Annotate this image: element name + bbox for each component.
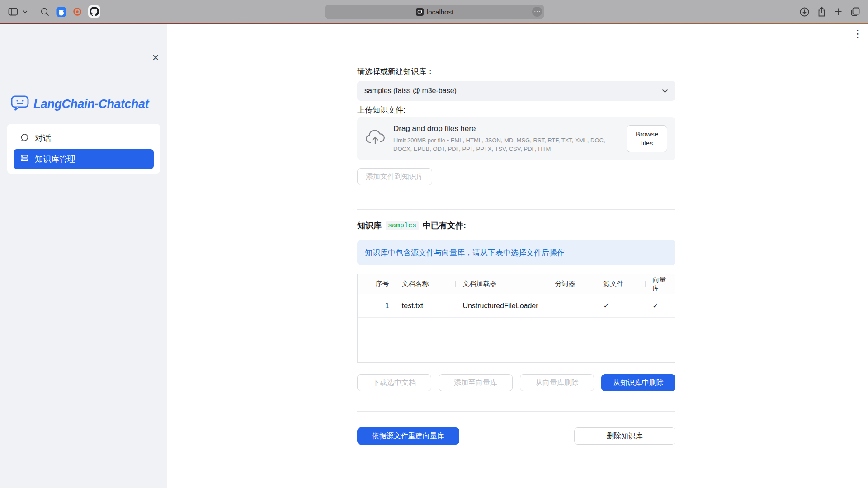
table-cell-check: ✓ [596, 294, 645, 317]
search-icon[interactable] [39, 6, 51, 18]
rebuild-vector-store-button[interactable]: 依据源文件重建向量库 [357, 427, 459, 445]
table-cell: test.txt [395, 294, 456, 317]
sidebar-item-label: 对话 [35, 133, 51, 144]
app-logo: LangChain-Chatchat [11, 95, 149, 113]
kb-select-label: 请选择或新建知识库： [357, 66, 434, 77]
column-header-loader[interactable]: 文档加载器 [455, 274, 547, 294]
extension-orange-icon[interactable] [71, 6, 83, 18]
cloud-upload-icon [365, 130, 385, 148]
divider [357, 411, 675, 412]
sidebar-toggle-icon[interactable] [7, 6, 19, 18]
table-cell: UnstructuredFileLoader [455, 294, 547, 317]
download-selected-button[interactable]: 下载选中文档 [357, 374, 431, 391]
logo-text: LangChain-Chatchat [33, 97, 149, 111]
files-heading-prefix: 知识库 [357, 220, 382, 231]
chevron-down-icon[interactable] [22, 6, 28, 18]
chevron-down-icon [662, 89, 668, 93]
dropzone-texts: Drag and drop files here Limit 200MB per… [393, 124, 618, 154]
add-files-to-kb-button[interactable]: 添加文件到知识库 [357, 168, 432, 185]
app-menu-kebab-icon[interactable]: ⋮ [852, 28, 863, 40]
delete-from-kb-button[interactable]: 从知识库中删除 [601, 374, 675, 391]
address-bar[interactable]: localhost ⋯ [325, 5, 544, 19]
knowledge-base-icon [20, 154, 29, 165]
browse-files-button[interactable]: Browse files [627, 125, 667, 153]
info-alert-text: 知识库中包含源文件与向量库，请从下表中选择文件后操作 [365, 248, 565, 258]
add-to-vector-store-button[interactable]: 添加至向量库 [439, 374, 513, 391]
kb-bottom-buttons: 依据源文件重建向量库 删除知识库 [357, 427, 675, 445]
table-cell-check: ✓ [645, 294, 675, 317]
sidebar-nav: 对话 知识库管理 [7, 124, 160, 174]
column-header-source[interactable]: 源文件 [596, 274, 645, 294]
table-row[interactable]: 1 test.txt UnstructuredFileLoader ✓ ✓ [358, 294, 675, 318]
downloads-icon[interactable] [798, 6, 810, 18]
divider [357, 209, 675, 210]
column-header-vector[interactable]: 向量库 [645, 274, 675, 294]
sidebar-close-icon[interactable]: × [149, 52, 162, 64]
column-header-splitter[interactable]: 分词器 [548, 274, 596, 294]
upload-label: 上传知识文件: [357, 105, 406, 115]
kb-select-value: samples (faiss @ m3e-base) [364, 87, 457, 95]
kb-select[interactable]: samples (faiss @ m3e-base) [357, 81, 675, 101]
files-heading-suffix: 中已有文件: [423, 220, 466, 231]
dropzone-title: Drag and drop files here [393, 124, 618, 133]
file-action-buttons: 下载选中文档 添加至向量库 从向量库删除 从知识库中删除 [357, 374, 675, 391]
browser-toolbar: localhost ⋯ [0, 0, 868, 23]
page-content: 请选择或新建知识库： samples (faiss @ m3e-base) 上传… [357, 24, 675, 488]
dropzone-limit-text: Limit 200MB per file • EML, HTML, JSON, … [393, 136, 618, 154]
extension-github-icon[interactable] [88, 5, 100, 18]
files-heading: 知识库 samples 中已有文件: [357, 220, 466, 231]
tab-overview-icon[interactable] [849, 6, 861, 18]
new-tab-plus-icon[interactable] [832, 6, 844, 18]
screen: localhost ⋯ × [0, 0, 868, 488]
logo-chat-bubble-icon [11, 95, 30, 113]
table-cell: 1 [358, 294, 395, 317]
extension-blue-icon[interactable] [55, 6, 67, 18]
extensions-ellipsis-icon[interactable]: ⋯ [532, 7, 542, 17]
delete-kb-button[interactable]: 删除知识库 [574, 427, 675, 445]
sidebar: × LangChain-Chatchat 对 [0, 24, 167, 488]
column-header-seq[interactable]: 序号 [358, 274, 395, 294]
kb-name-code: samples [386, 221, 419, 230]
table-cell [548, 294, 596, 317]
main-area: ⋮ 请选择或新建知识库： samples (faiss @ m3e-base) … [167, 24, 868, 488]
file-dropzone[interactable]: Drag and drop files here Limit 200MB per… [357, 117, 675, 160]
remove-from-vector-store-button[interactable]: 从向量库删除 [520, 374, 594, 391]
sidebar-item-label: 知识库管理 [35, 154, 75, 164]
column-header-docname[interactable]: 文档名称 [395, 274, 456, 294]
table-header-row: 序号 文档名称 文档加载器 分词器 源文件 向量库 [358, 274, 675, 294]
chat-bubble-icon [20, 133, 29, 144]
sidebar-item-dialogue[interactable]: 对话 [14, 128, 154, 148]
site-favicon-icon [416, 8, 424, 16]
info-alert: 知识库中包含源文件与向量库，请从下表中选择文件后操作 [357, 240, 675, 265]
share-icon[interactable] [816, 6, 827, 18]
sidebar-item-kb-management[interactable]: 知识库管理 [14, 149, 154, 169]
files-table: 序号 文档名称 文档加载器 分词器 源文件 向量库 1 test.txt Uns… [357, 274, 675, 363]
url-text: localhost [427, 8, 453, 16]
